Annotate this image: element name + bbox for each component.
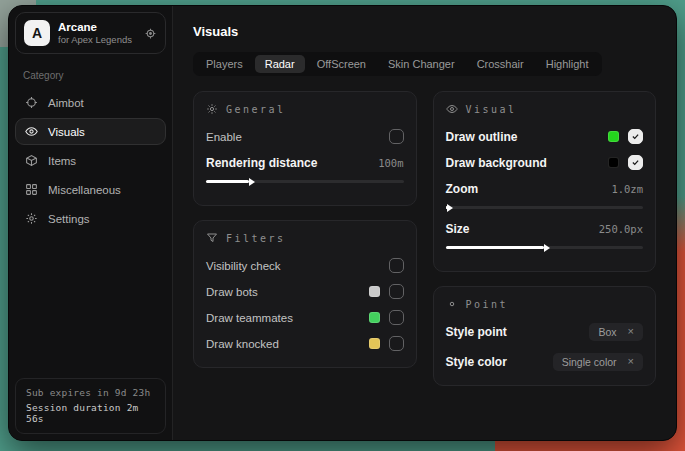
draw-outline-row: Draw outline (446, 126, 644, 147)
size-value: 250.0px (599, 223, 643, 235)
draw-knocked-label: Draw knocked (206, 338, 279, 350)
draw-knocked-color-swatch[interactable] (369, 338, 380, 349)
point-card-header: Point (446, 298, 644, 310)
point-card-title: Point (466, 299, 509, 310)
remove-icon[interactable]: × (628, 326, 634, 337)
draw-teammates-color-swatch[interactable] (369, 312, 380, 323)
draw-bots-label: Draw bots (206, 286, 258, 298)
subscription-info-card: Sub expires in 9d 23h Session duration 2… (15, 378, 166, 434)
draw-background-checkbox[interactable] (628, 155, 643, 170)
sidebar-item-label: Settings (48, 213, 90, 225)
size-slider[interactable] (446, 246, 644, 249)
draw-teammates-label: Draw teammates (206, 312, 293, 324)
draw-teammates-checkbox[interactable] (389, 310, 404, 325)
general-card-header: General (206, 103, 404, 115)
draw-outline-label: Draw outline (446, 130, 518, 144)
tab-crosshair[interactable]: Crosshair (467, 55, 534, 73)
app-logo: A (24, 20, 50, 46)
draw-knocked-row: Draw knocked (206, 333, 404, 354)
tab-players[interactable]: Players (196, 55, 253, 73)
filters-card-title: Filters (226, 233, 286, 244)
target-gear-icon[interactable] (144, 27, 157, 40)
main-content: Visuals Players Radar OffScreen Skin Cha… (173, 6, 676, 440)
slider-fill (446, 246, 545, 249)
draw-outline-checkbox[interactable] (628, 129, 643, 144)
tab-radar[interactable]: Radar (255, 55, 305, 73)
visibility-check-row: Visibility check (206, 255, 404, 276)
style-point-select[interactable]: Box × (589, 323, 643, 341)
sidebar-item-label: Aimbot (48, 97, 84, 109)
zoom-slider[interactable] (446, 206, 644, 209)
eye-icon (25, 125, 38, 138)
app-subtitle: for Apex Legends (58, 34, 132, 46)
sidebar-item-aimbot[interactable]: Aimbot (15, 89, 166, 116)
draw-teammates-row: Draw teammates (206, 307, 404, 328)
style-color-value: Single color (562, 356, 617, 368)
dot-icon (446, 298, 458, 310)
style-color-row: Style color Single color × (446, 351, 644, 372)
draw-bots-checkbox[interactable] (389, 284, 404, 299)
zoom-row: Zoom 1.0zm (446, 178, 644, 199)
point-card: Point Style point Box × Style color Sing… (433, 286, 657, 386)
size-label: Size (446, 222, 470, 236)
visibility-check-checkbox[interactable] (389, 258, 404, 273)
draw-background-color-swatch[interactable] (608, 157, 619, 168)
sidebar-item-miscellaneous[interactable]: Miscellaneous (15, 176, 166, 203)
visual-card-header: Visual (446, 103, 644, 115)
grid-icon (25, 183, 38, 196)
style-point-label: Style point (446, 325, 507, 339)
tab-skin-changer[interactable]: Skin Changer (378, 55, 465, 73)
cube-icon (25, 154, 38, 167)
gear-icon (25, 212, 38, 225)
slider-fill (446, 206, 448, 209)
session-duration-text: Session duration 2m 56s (26, 402, 155, 424)
draw-background-row: Draw background (446, 152, 644, 173)
filters-card-header: Filters (206, 232, 404, 244)
enable-row: Enable (206, 126, 404, 147)
tab-offscreen[interactable]: OffScreen (307, 55, 376, 73)
eye-icon (446, 103, 458, 115)
enable-checkbox[interactable] (389, 129, 404, 144)
sidebar-item-visuals[interactable]: Visuals (15, 118, 166, 145)
draw-outline-color-swatch[interactable] (608, 131, 619, 142)
visual-card-title: Visual (466, 104, 517, 115)
general-card-title: General (226, 104, 286, 115)
draw-bots-color-swatch[interactable] (369, 286, 380, 297)
zoom-value: 1.0zm (611, 183, 643, 195)
sidebar-item-label: Visuals (48, 126, 85, 138)
crosshair-icon (25, 96, 38, 109)
gear-icon (206, 103, 218, 115)
slider-fill (206, 180, 249, 183)
sidebar-item-label: Items (48, 155, 76, 167)
draw-knocked-checkbox[interactable] (389, 336, 404, 351)
sidebar-item-settings[interactable]: Settings (15, 205, 166, 232)
visibility-check-label: Visibility check (206, 260, 281, 272)
app-window: A Arcane for Apex Legends Category Aimbo… (8, 5, 677, 441)
draw-bots-row: Draw bots (206, 281, 404, 302)
rendering-distance-row: Rendering distance 100m (206, 152, 404, 173)
logo-card: A Arcane for Apex Legends (15, 12, 166, 54)
visual-card: Visual Draw outline Draw background (433, 91, 657, 272)
category-label: Category (15, 62, 166, 88)
sidebar-item-label: Miscellaneous (48, 184, 121, 196)
style-point-value: Box (598, 326, 616, 338)
enable-label: Enable (206, 131, 242, 143)
draw-background-label: Draw background (446, 156, 547, 170)
page-title: Visuals (193, 24, 660, 39)
style-color-select[interactable]: Single color × (553, 353, 643, 371)
logo-text: Arcane for Apex Legends (58, 20, 132, 46)
sub-expires-text: Sub expires in 9d 23h (26, 387, 155, 398)
style-color-label: Style color (446, 355, 507, 369)
size-row: Size 250.0px (446, 218, 644, 239)
sidebar-item-items[interactable]: Items (15, 147, 166, 174)
app-title: Arcane (58, 20, 132, 34)
rendering-distance-value: 100m (378, 157, 403, 169)
style-point-row: Style point Box × (446, 321, 644, 342)
zoom-label: Zoom (446, 182, 479, 196)
sidebar: A Arcane for Apex Legends Category Aimbo… (9, 6, 173, 440)
general-card: General Enable Rendering distance 100m (193, 91, 417, 206)
rendering-distance-slider[interactable] (206, 180, 404, 183)
filters-card: Filters Visibility check Draw bots (193, 220, 417, 368)
tab-highlight[interactable]: Highlight (536, 55, 599, 73)
remove-icon[interactable]: × (628, 356, 634, 367)
